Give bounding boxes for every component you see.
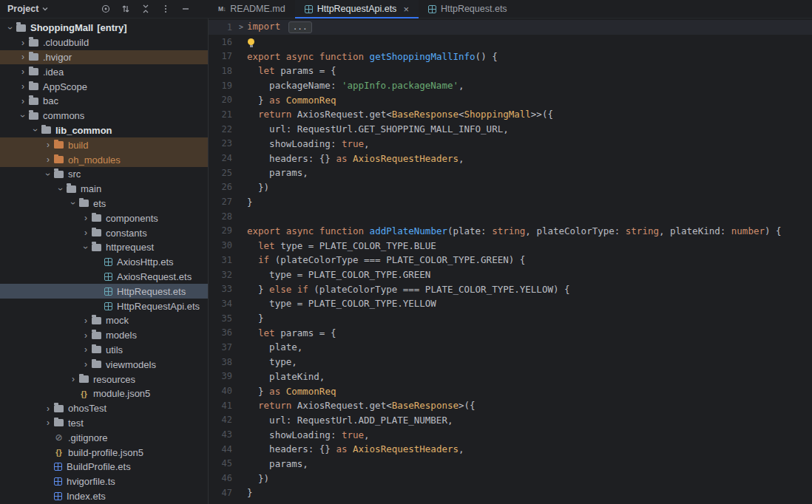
code-line-36[interactable]: 36 let params = { (209, 325, 812, 340)
tree-item-ets[interactable]: ›ets (0, 197, 208, 211)
code-line-38[interactable]: 38 type, (209, 355, 812, 370)
fold-arrow-icon[interactable]: > (235, 23, 247, 31)
chevron-collapsed-icon[interactable]: › (80, 330, 92, 341)
code-line-21[interactable]: 21 return AxiosRequest.get<BaseResponse<… (209, 107, 812, 122)
code-line-29[interactable]: 29export async function addPlateNumber(p… (209, 224, 812, 239)
tree-item-bac[interactable]: ›bac (0, 94, 208, 109)
tree-item-viewmodels[interactable]: ›viewmodels (0, 357, 208, 372)
tree-item-BuildProfile.ets[interactable]: BuildProfile.ets (0, 460, 208, 474)
tab-HttpRequest.ets[interactable]: HttpRequest.ets (419, 0, 517, 18)
tree-item-resources[interactable]: ›resources (0, 372, 208, 386)
code-line-1[interactable]: 1>import ... (209, 20, 812, 35)
chevron-expanded-icon[interactable]: › (81, 242, 91, 253)
tree-item-AxiosRequest.ets[interactable]: AxiosRequest.ets (0, 270, 208, 285)
intention-bulb-icon[interactable] (248, 38, 254, 45)
code-line-17[interactable]: 17export async function getShoppingMallI… (209, 49, 812, 64)
code-line-44[interactable]: 44 headers: {} as AxiosRequestHeaders, (209, 442, 812, 457)
code-line-27[interactable]: 27} (209, 194, 812, 209)
code-line-30[interactable]: 30 let type = PLATE_COLOR_TYPE.BLUE (209, 238, 812, 253)
tree-item-main[interactable]: ›main (0, 182, 208, 197)
code-line-33[interactable]: 33 } else if (plateColorType === PLATE_C… (209, 282, 812, 296)
tree-item-Index.ets[interactable]: Index.ets (0, 489, 208, 504)
chevron-collapsed-icon[interactable]: › (17, 52, 29, 62)
chevron-collapsed-icon[interactable]: › (80, 344, 92, 355)
tab-HttpRequestApi.ets[interactable]: HttpRequestApi.ets× (295, 0, 419, 18)
tree-item-AxiosHttp.ets[interactable]: AxiosHttp.ets (0, 255, 208, 270)
chevron-collapsed-icon[interactable]: › (17, 81, 29, 92)
more-options-icon[interactable] (160, 4, 171, 14)
swap-vertical-icon[interactable] (121, 4, 131, 14)
code-line-20[interactable]: 20 } as CommonReq (209, 92, 812, 107)
tree-item-constants[interactable]: ›constants (0, 225, 208, 240)
code-line-32[interactable]: 32 type = PLATE_COLOR_TYPE.GREEN (209, 268, 812, 282)
tree-item-httprequest[interactable]: ›httprequest (0, 240, 208, 255)
code-line-35[interactable]: 35 } (209, 311, 812, 326)
chevron-expanded-icon[interactable]: › (43, 168, 53, 180)
code-line-31[interactable]: 31 if (plateColorType === PLATE_COLOR_TY… (209, 253, 812, 268)
chevron-collapsed-icon[interactable]: › (17, 38, 29, 48)
tree-item-AppScope[interactable]: ›AppScope (0, 79, 208, 94)
chevron-collapsed-icon[interactable]: › (67, 374, 79, 384)
chevron-expanded-icon[interactable]: › (18, 110, 28, 122)
hide-panel-icon[interactable] (180, 4, 191, 14)
tree-item-src[interactable]: ›src (0, 167, 208, 182)
code-line-24[interactable]: 24 headers: {} as AxiosRequestHeaders, (209, 151, 812, 166)
code-line-45[interactable]: 45 params, (209, 457, 812, 471)
tree-item-lib_common[interactable]: ›lib_common (0, 123, 208, 138)
chevron-collapsed-icon[interactable]: › (42, 418, 54, 428)
code-line-26[interactable]: 26 }) (209, 180, 812, 195)
folded-region[interactable]: ... (288, 21, 312, 33)
chevron-collapsed-icon[interactable]: › (80, 359, 92, 370)
code-line-37[interactable]: 37 plate, (209, 340, 812, 355)
collapse-all-icon[interactable] (141, 4, 151, 14)
code-line-41[interactable]: 41 return AxiosRequest.get<BaseResponse>… (209, 398, 812, 413)
code-line-28[interactable]: 28 (209, 209, 812, 224)
tree-item-ShoppingMall[interactable]: ›ShoppingMall[entry] (0, 21, 208, 35)
tree-item-models[interactable]: ›models (0, 328, 208, 343)
tree-item-.hvigor[interactable]: ›.hvigor (0, 50, 208, 65)
code-line-23[interactable]: 23 showLoading: true, (209, 137, 812, 151)
chevron-expanded-icon[interactable]: › (5, 22, 16, 34)
code-line-22[interactable]: 22 url: RequestUrl.GET_SHOPPING_MALL_INF… (209, 122, 812, 137)
tree-item-.cloudbuild[interactable]: ›.cloudbuild (0, 35, 208, 50)
tree-item-ohosTest[interactable]: ›ohosTest (0, 401, 208, 416)
tree-item-components[interactable]: ›components (0, 211, 208, 225)
tree-item-mock[interactable]: ›mock (0, 313, 208, 328)
chevron-collapsed-icon[interactable]: › (80, 213, 92, 223)
code-line-46[interactable]: 46 }) (209, 471, 812, 486)
code-line-16[interactable]: 16 (209, 35, 812, 50)
chevron-collapsed-icon[interactable]: › (42, 154, 54, 165)
code-line-40[interactable]: 40 } as CommonReq (209, 384, 812, 398)
chevron-expanded-icon[interactable]: › (68, 197, 78, 209)
tree-item-module.json5[interactable]: {}module.json5 (0, 386, 208, 401)
tree-item-hvigorfile.ts[interactable]: hvigorfile.ts (0, 474, 208, 489)
code-editor[interactable]: 1>import ...1617export async function ge… (209, 18, 812, 504)
code-line-25[interactable]: 25 params, (209, 166, 812, 180)
chevron-collapsed-icon[interactable]: › (17, 67, 29, 77)
chevron-collapsed-icon[interactable]: › (17, 96, 29, 106)
code-line-34[interactable]: 34 type = PLATE_COLOR_TYPE.YELLOW (209, 296, 812, 311)
tree-item-commons[interactable]: ›commons (0, 109, 208, 123)
tree-item-oh_modules[interactable]: ›oh_modules (0, 152, 208, 167)
code-line-19[interactable]: 19 packageName: 'appInfo.packageName', (209, 78, 812, 93)
chevron-collapsed-icon[interactable]: › (42, 140, 54, 150)
chevron-collapsed-icon[interactable]: › (42, 403, 54, 414)
chevron-collapsed-icon[interactable]: › (80, 316, 92, 326)
tree-item-build-profile.json5[interactable]: {}build-profile.json5 (0, 445, 208, 460)
project-panel-title[interactable]: Project (7, 4, 38, 14)
tree-item-test[interactable]: ›test (0, 416, 208, 431)
code-line-42[interactable]: 42 url: RequestUrl.ADD_PLATE_NUMBER, (209, 413, 812, 428)
chevron-down-icon[interactable] (41, 4, 49, 15)
tree-item-HttpRequest.ets[interactable]: HttpRequest.ets (0, 284, 208, 299)
tab-README.md[interactable]: M↓README.md (209, 0, 295, 18)
code-line-47[interactable]: 47} (209, 486, 812, 500)
tree-item-utils[interactable]: ›utils (0, 343, 208, 358)
tree-item-.gitignore[interactable]: ⊘.gitignore (0, 430, 208, 445)
tree-item-build[interactable]: ›build (0, 137, 208, 152)
code-line-39[interactable]: 39 plateKind, (209, 370, 812, 384)
locate-file-icon[interactable] (101, 4, 111, 14)
close-tab-icon[interactable]: × (403, 4, 409, 14)
chevron-expanded-icon[interactable]: › (30, 124, 41, 136)
chevron-collapsed-icon[interactable]: › (80, 228, 92, 238)
code-line-43[interactable]: 43 showLoading: true, (209, 427, 812, 442)
